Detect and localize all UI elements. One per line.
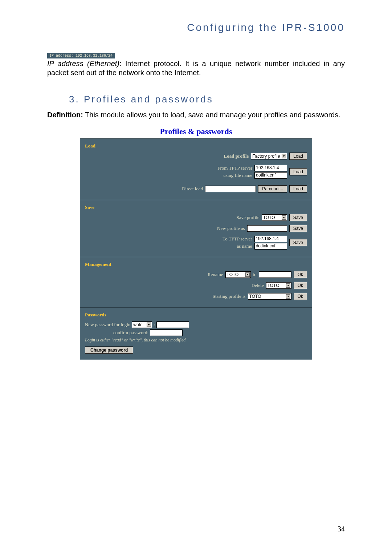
chevron-down-icon xyxy=(283,217,285,218)
save-profile-select[interactable]: TOTO xyxy=(262,214,287,221)
management-heading: Management xyxy=(85,262,307,267)
starting-ok-button[interactable]: Ok xyxy=(294,293,307,300)
chevron-down-icon xyxy=(148,324,150,325)
tftp-server-input[interactable]: 192.168.1.4 xyxy=(254,165,287,171)
confirm-password-input[interactable] xyxy=(150,329,183,336)
chevron-down-icon xyxy=(246,274,249,275)
login-select[interactable]: write xyxy=(132,321,152,328)
new-profile-save-button[interactable]: Save xyxy=(289,225,307,232)
starting-profile-select[interactable]: TOTO xyxy=(248,293,291,300)
passwords-panel: Passwords New password for login write :… xyxy=(80,307,312,360)
passwords-heading: Passwords xyxy=(85,312,307,318)
profiles-passwords-screenshot: Profiles & passwords Load Load profile F… xyxy=(80,127,312,360)
asname-input[interactable]: dotlink.cnf xyxy=(254,243,287,250)
delete-label: Delete xyxy=(252,283,264,288)
direct-load-button[interactable]: Load xyxy=(289,185,307,193)
rename-to-input[interactable] xyxy=(259,271,291,278)
page-header: Configuring the IPR-S1000 xyxy=(47,22,345,33)
load-panel: Load Load profile Factory profile Load F… xyxy=(80,138,312,200)
definition-label: Definition: xyxy=(47,111,83,119)
browse-button[interactable]: Parcourir... xyxy=(258,185,287,193)
chevron-down-icon xyxy=(287,296,289,297)
new-profile-input[interactable] xyxy=(247,225,287,232)
ip-address-snippet: IP address: 192.168.31.186/24 xyxy=(47,53,115,58)
rename-to-label: to xyxy=(253,272,257,278)
load-heading: Load xyxy=(85,143,307,149)
chevron-down-icon xyxy=(287,285,289,286)
save-profile-label: Save profile xyxy=(236,215,259,220)
embed-title: Profiles & passwords xyxy=(80,127,312,136)
asname-label: as name xyxy=(237,243,252,249)
direct-load-label: Direct load xyxy=(182,186,203,192)
change-password-button[interactable]: Change password xyxy=(85,347,133,354)
save-tftp-button[interactable]: Save xyxy=(289,239,307,246)
rename-label: Rename xyxy=(208,272,223,278)
new-password-label: New password for login xyxy=(85,322,130,328)
save-panel: Save Save profile TOTO Save New profile … xyxy=(80,200,312,257)
load-profile-select[interactable]: Factory profile xyxy=(251,153,287,159)
direct-load-input[interactable] xyxy=(205,186,256,192)
ip-paragraph: IP address (Ethernet): Internet protocol… xyxy=(47,59,345,77)
filename-label: using file name xyxy=(223,173,252,178)
load-profile-label: Load profile xyxy=(224,153,249,159)
definition-text: This module allows you to load, save and… xyxy=(83,111,340,119)
definition-paragraph: Definition: This module allows you to lo… xyxy=(47,110,345,119)
section-heading: 3. Profiles and passwords xyxy=(69,94,345,105)
load-profile-button[interactable]: Load xyxy=(289,153,307,160)
save-heading: Save xyxy=(85,204,307,210)
rename-ok-button[interactable]: Ok xyxy=(294,271,307,278)
load-tftp-button[interactable]: Load xyxy=(289,168,307,175)
ip-term: IP address (Ethernet) xyxy=(47,60,119,68)
save-profile-button[interactable]: Save xyxy=(289,214,307,221)
management-panel: Management Rename TOTO to Ok Delete TOTO… xyxy=(80,257,312,307)
page-number: 34 xyxy=(338,525,345,533)
starting-profile-label: Starting profile is xyxy=(213,293,246,299)
chevron-down-icon xyxy=(283,155,285,157)
new-password-input[interactable] xyxy=(156,321,189,328)
delete-select[interactable]: TOTO xyxy=(266,282,291,289)
confirm-password-label: confirm password: xyxy=(113,330,148,336)
login-note: Login is either "read" or "write", this … xyxy=(85,337,307,343)
save-tftp-label: To TFTP server xyxy=(222,236,252,242)
save-tftp-input[interactable]: 192.168.1.4 xyxy=(254,236,287,242)
delete-ok-button[interactable]: Ok xyxy=(294,282,307,289)
rename-from-select[interactable]: TOTO xyxy=(225,271,251,278)
new-profile-label: New profile as xyxy=(217,226,245,231)
tftp-server-label: From TFTP server xyxy=(217,165,252,171)
filename-input[interactable]: dotlink.cnf xyxy=(254,172,287,179)
